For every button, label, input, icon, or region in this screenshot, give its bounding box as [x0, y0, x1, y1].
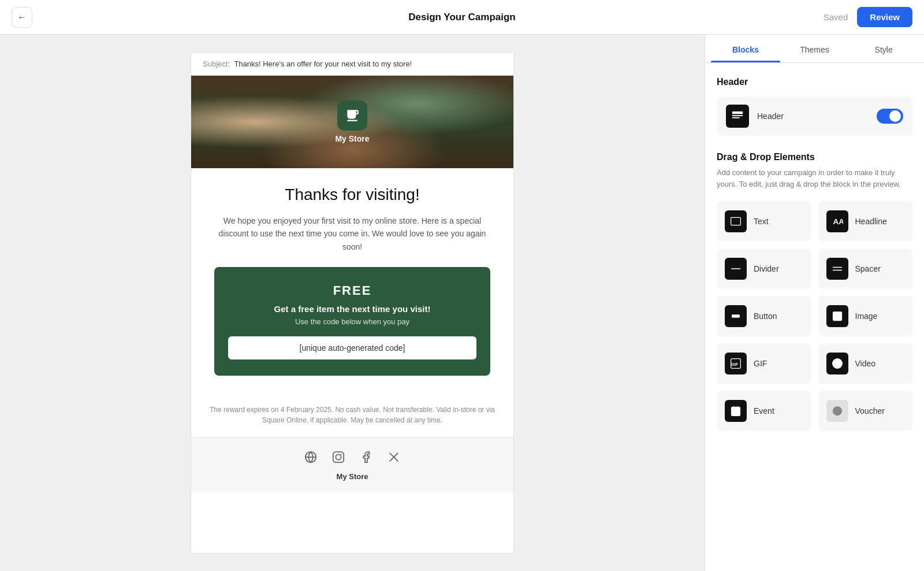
- tab-blocks[interactable]: Blocks: [711, 35, 780, 62]
- back-button[interactable]: ←: [12, 7, 32, 28]
- block-event[interactable]: Event: [717, 391, 811, 431]
- block-video[interactable]: Video: [818, 343, 913, 384]
- subject-value: Thanks! Here's an offer for your next vi…: [234, 60, 412, 68]
- text-icon: [725, 210, 747, 232]
- right-panel: Blocks Themes Style Header Header Drag &…: [705, 35, 924, 571]
- store-logo-box: [337, 101, 367, 131]
- canvas-area: Subject: Thanks! Here's an offer for you…: [0, 35, 705, 571]
- twitter-x-icon: [386, 449, 402, 465]
- social-icons: [303, 449, 402, 465]
- svg-text:AA: AA: [833, 217, 843, 226]
- facebook-icon: [358, 449, 374, 465]
- event-icon: [725, 400, 747, 422]
- page-title: Design Your Campaign: [408, 12, 515, 23]
- svg-rect-7: [732, 117, 740, 118]
- store-logo-container: My Store: [335, 101, 369, 143]
- svg-text:GIF: GIF: [731, 362, 739, 367]
- spacer-icon: [826, 258, 848, 280]
- block-text-label: Text: [754, 217, 769, 226]
- coupon-description: Get a free item the next time you visit!: [228, 304, 476, 314]
- svg-point-4: [341, 454, 342, 455]
- block-button[interactable]: Button: [717, 296, 811, 336]
- tab-style[interactable]: Style: [849, 35, 918, 62]
- button-icon: [725, 305, 747, 327]
- block-divider[interactable]: Divider: [717, 249, 811, 289]
- svg-rect-12: [832, 270, 842, 271]
- header-toggle[interactable]: [877, 109, 903, 124]
- block-voucher-label: Voucher: [855, 406, 885, 416]
- tab-themes[interactable]: Themes: [780, 35, 850, 62]
- review-button[interactable]: Review: [857, 7, 912, 27]
- block-image[interactable]: Image: [818, 296, 913, 336]
- email-header-image: My Store: [191, 76, 513, 168]
- svg-rect-8: [731, 217, 741, 225]
- email-subtext: We hope you enjoyed your first visit to …: [214, 214, 490, 253]
- svg-rect-21: [732, 407, 740, 416]
- video-icon: [826, 353, 848, 375]
- block-headline-label: Headline: [855, 217, 887, 226]
- svg-rect-6: [732, 115, 743, 116]
- coupon-code: [unique auto-generated code]: [228, 336, 476, 359]
- email-preview: Subject: Thanks! Here's an offer for you…: [191, 52, 514, 554]
- header-item-label: Header: [757, 112, 784, 121]
- svg-point-16: [834, 314, 836, 316]
- email-body: Thanks for visiting! We hope you enjoyed…: [191, 168, 513, 405]
- block-text[interactable]: Text: [717, 201, 811, 242]
- subject-bar: Subject: Thanks! Here's an offer for you…: [191, 53, 513, 76]
- coupon-free-label: FREE: [228, 283, 476, 298]
- block-spacer-label: Spacer: [855, 264, 881, 273]
- instagram-icon: [330, 449, 346, 465]
- block-gif-label: GIF: [754, 359, 767, 368]
- coupon-block: FREE Get a free item the next time you v…: [214, 267, 490, 376]
- dnd-title: Drag & Drop Elements: [717, 152, 912, 162]
- footer-store-name: My Store: [337, 472, 368, 481]
- tabs-row: Blocks Themes Style: [705, 35, 924, 63]
- email-heading: Thanks for visiting!: [214, 186, 490, 204]
- block-gif[interactable]: GIF GIF: [717, 343, 811, 384]
- gif-icon: GIF: [725, 353, 747, 375]
- svg-rect-13: [732, 314, 740, 318]
- saved-status: Saved: [824, 12, 848, 22]
- block-video-label: Video: [855, 359, 876, 368]
- email-footer: My Store: [191, 437, 513, 492]
- block-voucher[interactable]: £ Voucher: [818, 391, 913, 431]
- image-icon: [826, 305, 848, 327]
- block-event-label: Event: [754, 406, 774, 416]
- globe-icon: [303, 449, 319, 465]
- block-divider-label: Divider: [754, 264, 779, 273]
- subject-label: Subject:: [203, 60, 230, 68]
- svg-point-3: [336, 455, 341, 460]
- svg-rect-10: [731, 268, 741, 269]
- panel-content: Header Header Drag & Drop Elements Add c…: [705, 63, 924, 571]
- block-image-label: Image: [855, 312, 878, 321]
- dnd-description: Add content to your campaign in order to…: [717, 167, 912, 190]
- topbar-right: Saved Review: [824, 7, 912, 27]
- header-toggle-left: Header: [726, 105, 784, 128]
- coupon-use-label: Use the code below when you pay: [228, 317, 476, 326]
- block-spacer[interactable]: Spacer: [818, 249, 913, 289]
- svg-rect-5: [732, 112, 743, 114]
- store-name-header: My Store: [335, 134, 369, 143]
- headline-icon: AA: [826, 210, 848, 232]
- block-headline[interactable]: AA Headline: [818, 201, 913, 242]
- divider-icon: [725, 258, 747, 280]
- svg-rect-2: [333, 452, 344, 462]
- voucher-icon: £: [826, 400, 848, 422]
- header-icon-box: [726, 105, 749, 128]
- header-toggle-row: Header: [717, 97, 912, 136]
- block-button-label: Button: [754, 312, 777, 321]
- terms-text: The reward expires on 4 February 2025. N…: [191, 405, 513, 437]
- blocks-grid: Text AA Headline Divider: [717, 201, 912, 431]
- topbar: ← Design Your Campaign Saved Review: [0, 0, 924, 35]
- main-layout: Subject: Thanks! Here's an offer for you…: [0, 35, 924, 571]
- svg-rect-11: [832, 267, 842, 268]
- header-section-title: Header: [717, 77, 912, 87]
